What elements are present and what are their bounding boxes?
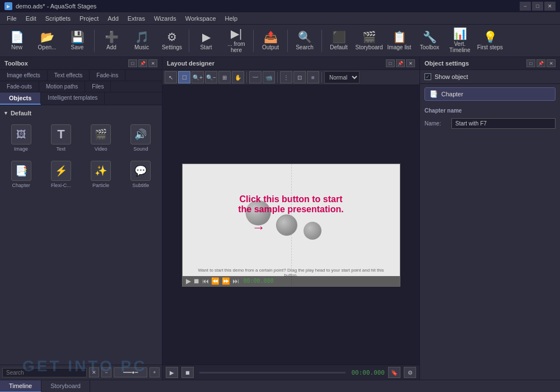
menu-scriptlets[interactable]: Scriptlets	[41, 14, 75, 23]
chapter-name-input[interactable]	[451, 118, 556, 129]
search-minus-button[interactable]: −	[101, 367, 111, 377]
menu-wizards[interactable]: Wizards	[150, 14, 181, 23]
object-chapter[interactable]: 📑 Chapter	[2, 157, 40, 192]
object-text[interactable]: T Text	[42, 121, 80, 155]
pb-stop-button[interactable]: ⏹	[181, 367, 194, 378]
menu-extras[interactable]: Extras	[123, 14, 150, 23]
tab-intelligent-templates[interactable]: Intelligent templates	[41, 92, 105, 105]
step-back-icon[interactable]: ⏪	[211, 277, 220, 285]
pb-settings-button[interactable]: ⚙	[404, 367, 416, 378]
object-subtitle[interactable]: 💬 Subtitle	[122, 157, 160, 192]
tab-image-effects[interactable]: Image effects	[0, 70, 48, 81]
search-clear-button[interactable]: ✕	[89, 367, 99, 377]
object-image[interactable]: 🖼 Image	[2, 121, 40, 155]
search-toolbar-button[interactable]: 🔍 Search	[290, 26, 319, 55]
add-icon: ➕	[105, 31, 119, 43]
menu-workspace[interactable]: Workspace	[181, 14, 221, 23]
rewind-icon[interactable]: ⏮	[202, 277, 209, 285]
select-tool-button[interactable]: ↖	[165, 71, 177, 83]
zoom-out-button[interactable]: 🔍−	[205, 71, 217, 83]
object-flexi-c[interactable]: ⚡ Flexi-C...	[42, 157, 80, 192]
stop-icon[interactable]: ⏹	[193, 277, 200, 285]
image-list-button[interactable]: 📋 Image list	[385, 26, 414, 55]
obj-settings-pin-button[interactable]: 📌	[536, 59, 545, 67]
object-video[interactable]: 🎬 Video	[82, 121, 120, 155]
settings-label: Settings	[162, 44, 182, 50]
layout-designer-restore-button[interactable]: □	[386, 59, 395, 67]
search-plus-button[interactable]: +	[150, 367, 160, 377]
open-button[interactable]: 📂 Open...	[32, 26, 62, 55]
particle-object-icon: ✨	[91, 161, 111, 181]
show-object-checkbox[interactable]	[424, 73, 431, 80]
layout-designer-panel: Layout designer □ 📌 ✕ ↖ ☐ 🔍+ 🔍− ⊞ ✋ 〰 📹 …	[162, 57, 420, 380]
toolbox-pin-button[interactable]: 📌	[138, 59, 147, 67]
object-particle[interactable]: ✨ Particle	[82, 157, 120, 192]
layout-designer-close-button[interactable]: ✕	[406, 59, 415, 67]
tab-fade-ins[interactable]: Fade-ins	[90, 70, 125, 81]
tab-objects[interactable]: Objects	[0, 92, 41, 105]
toolbox-restore-button[interactable]: □	[128, 59, 137, 67]
video-button[interactable]: 📹	[263, 71, 275, 83]
zoom-in-button[interactable]: 🔍+	[192, 71, 204, 83]
motion-path-button[interactable]: 〰	[249, 71, 262, 83]
fast-fwd-icon[interactable]: ⏭	[232, 277, 239, 285]
add-button[interactable]: ➕ Add	[97, 26, 126, 55]
search-slider[interactable]: ━━━●━	[114, 367, 147, 377]
align-button[interactable]: ≡	[307, 71, 319, 83]
layout-dropdown[interactable]: Normal	[324, 71, 360, 83]
pb-play-button[interactable]: ▶	[166, 367, 178, 378]
zoom-fit-button[interactable]: ⊞	[218, 71, 231, 83]
toolbox-search-bar: ✕ − ━━━●━ +	[0, 365, 162, 380]
toolbox-button[interactable]: 🔧 Toolbox	[415, 26, 444, 55]
menu-edit[interactable]: Edit	[21, 14, 41, 23]
toolbar: 📄 New 📂 Open... 💾 Save ➕ Add 🎵 Music ⚙ S…	[0, 25, 560, 57]
pb-bookmark-button[interactable]: 🔖	[388, 367, 400, 378]
grid-button[interactable]: ⋮	[280, 71, 292, 83]
chapter-tab[interactable]: 📑 Chapter	[424, 87, 556, 101]
toolbox-close-button[interactable]: ✕	[148, 59, 157, 67]
snap-button[interactable]: ⊡	[293, 71, 306, 83]
sound-object-icon: 🔊	[130, 124, 151, 144]
pan-button[interactable]: ✋	[232, 71, 244, 83]
obj-settings-close-button[interactable]: ✕	[547, 59, 556, 67]
tab-motion-paths[interactable]: Motion paths	[39, 81, 85, 92]
menu-project[interactable]: Project	[75, 14, 103, 23]
new-label: New	[11, 44, 22, 50]
tab-storyboard[interactable]: Storyboard	[41, 380, 90, 392]
start-button[interactable]: ▶ Start	[192, 26, 221, 55]
menu-help[interactable]: Help	[221, 14, 242, 23]
toolbox-search-input[interactable]	[2, 368, 87, 377]
new-button[interactable]: 📄 New	[2, 26, 31, 55]
minimize-button[interactable]: −	[520, 2, 531, 11]
objects-section: ▼ Default 🖼 Image T Text 🎬 Video 🔊	[0, 105, 162, 365]
play-pause-icon[interactable]: ▶	[186, 277, 191, 285]
first-steps-button[interactable]: 💡 First steps	[475, 26, 505, 55]
tab-timeline[interactable]: Timeline	[0, 380, 41, 392]
layout-designer-pin-button[interactable]: 📌	[396, 59, 405, 67]
object-settings-header: Object settings □ 📌 ✕	[420, 57, 560, 70]
obj-settings-restore-button[interactable]: □	[526, 59, 535, 67]
tab-fade-outs[interactable]: Fade-outs	[0, 81, 39, 92]
save-button[interactable]: 💾 Save	[63, 26, 92, 55]
menu-add[interactable]: Add	[103, 14, 123, 23]
separator-3	[253, 30, 254, 52]
tab-files[interactable]: Files	[85, 81, 111, 92]
vert-timeline-button[interactable]: 📊 Vert. Timeline	[445, 26, 474, 55]
window-controls[interactable]: − □ ✕	[520, 2, 556, 11]
settings-button[interactable]: ⚙ Settings	[157, 26, 186, 55]
storyboard-button[interactable]: 🎬 Storyboard	[354, 26, 384, 55]
menu-file[interactable]: File	[2, 14, 21, 23]
music-button[interactable]: 🎵 Music	[127, 26, 156, 55]
from-here-button[interactable]: ▶| ... from here	[222, 26, 251, 55]
close-button[interactable]: ✕	[544, 2, 556, 11]
obj-settings-header-buttons: □ 📌 ✕	[526, 59, 556, 67]
object-sound[interactable]: 🔊 Sound	[122, 121, 160, 155]
default-button[interactable]: ⬛ Default	[324, 26, 353, 55]
chapter-icon: 📑	[430, 90, 438, 98]
maximize-button[interactable]: □	[532, 2, 543, 11]
tab-text-effects[interactable]: Text effects	[48, 70, 90, 81]
timeline-scrubber[interactable]	[199, 372, 346, 374]
step-fwd-icon[interactable]: ⏩	[222, 277, 230, 285]
output-button[interactable]: 📤 Output	[256, 26, 285, 55]
cursor-tool-button[interactable]: ☐	[178, 71, 190, 83]
